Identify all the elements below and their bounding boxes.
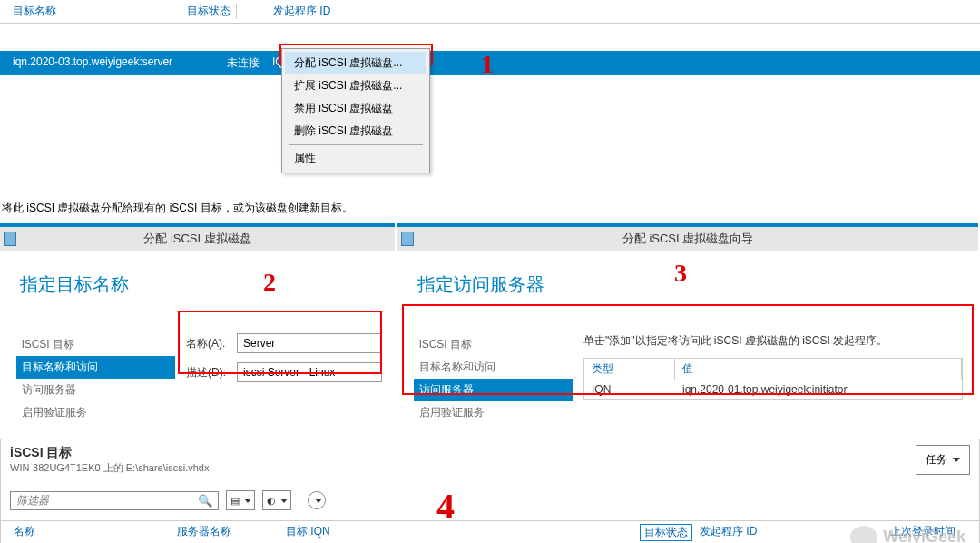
col-target-status[interactable]: 目标状态 [640, 524, 692, 541]
red-highlight-2 [178, 311, 382, 374]
menu-separator [289, 144, 423, 145]
context-menu: 分配 iSCSI 虚拟磁盘... 扩展 iSCSI 虚拟磁盘... 禁用 iSC… [281, 48, 430, 173]
expand-button[interactable] [308, 491, 326, 509]
doc-icon [401, 232, 414, 246]
sidebar-item-iscsi-target[interactable]: iSCSI 目标 [16, 333, 175, 356]
panel-specify-target-name: 分配 iSCSI 虚拟磁盘 指定目标名称 iSCSI 目标 目标名称和访问 访问… [0, 223, 395, 431]
search-icon[interactable]: 🔍 [198, 494, 212, 508]
menu-disable-disk[interactable]: 禁用 iSCSI 虚拟磁盘 [285, 97, 426, 120]
col-target-iqn[interactable]: 目标 IQN [286, 524, 640, 541]
chevron-down-icon [953, 458, 960, 462]
col-target-status[interactable]: 目标状态 [187, 4, 237, 19]
tasks-button[interactable]: 任务 [916, 445, 970, 475]
panel2-title: 分配 iSCSI 虚拟磁盘 [0, 227, 395, 251]
iscsi-targets-panel: iSCSI 目标 WIN-382UG4T1EK0 上的 E:\share\isc… [0, 439, 980, 543]
disk-view-button[interactable]: ◐ [262, 490, 291, 510]
panel-specify-access-server: 分配 iSCSI 虚拟磁盘向导 指定访问服务器 iSCSI 目标 目标名称和访问… [397, 223, 978, 431]
chevron-down-icon [244, 499, 251, 503]
col-initiator-id[interactable]: 发起程序 ID [273, 4, 330, 19]
wizard-panels: 分配 iSCSI 虚拟磁盘 指定目标名称 iSCSI 目标 目标名称和访问 访问… [0, 223, 980, 431]
menu-delete-disk[interactable]: 删除 iSCSI 虚拟磁盘 [285, 120, 426, 143]
sidebar-item-name-access[interactable]: 目标名称和访问 [16, 356, 175, 379]
section4-subtitle: WIN-382UG4T1EK0 上的 E:\share\iscsi.vhdx [10, 461, 209, 475]
red-highlight-3 [402, 304, 974, 395]
target-row-selected[interactable]: iqn.2020-03.top.weiyigeek:server 未连接 IQN [0, 51, 980, 75]
list-view-button[interactable]: ▤ [226, 490, 255, 510]
sidebar-item-access-server[interactable]: 访问服务器 [16, 379, 175, 401]
panel2-sidebar: iSCSI 目标 目标名称和访问 访问服务器 启用验证服务 [16, 333, 175, 424]
top-headers: 目标名称 目标状态 发起程序 ID [0, 0, 980, 24]
watermark: WeiyiGeek [850, 526, 965, 543]
section4-title: iSCSI 目标 [10, 445, 209, 461]
doc-icon [4, 232, 16, 246]
section4-columns: 名称 服务器名称 目标 IQN 目标状态 发起程序 ID 上次登录时间 [1, 520, 979, 543]
chevron-down-icon [280, 499, 288, 503]
row-status: 未连接 [227, 55, 272, 71]
filter-bar: 🔍 ▤ ◐ [1, 480, 979, 520]
panel3-title: 分配 iSCSI 虚拟磁盘向导 [397, 227, 978, 251]
panel2-heading: 指定目标名称 [20, 272, 395, 297]
col-name[interactable]: 名称 [14, 524, 177, 541]
menu-extend-disk[interactable]: 扩展 iSCSI 虚拟磁盘... [285, 74, 426, 97]
sidebar-item-enable-auth[interactable]: 启用验证服务 [16, 401, 175, 424]
row-name: iqn.2020-03.top.weiyigeek:server [13, 55, 227, 71]
panel3-heading: 指定访问服务器 [417, 272, 978, 297]
sidebar-item-enable-auth[interactable]: 启用验证服务 [414, 401, 573, 424]
chevron-down-icon [315, 499, 322, 503]
menu-properties[interactable]: 属性 [285, 147, 426, 170]
instruction-text: 将此 iSCSI 虚拟磁盘分配给现有的 iSCSI 目标，或为该磁盘创建新目标。 [0, 193, 980, 223]
filter-input[interactable] [16, 494, 180, 507]
wechat-icon [850, 526, 877, 543]
filter-input-wrapper: 🔍 [10, 491, 219, 510]
top-target-table: 目标名称 目标状态 发起程序 ID iqn.2020-03.top.weiyig… [0, 0, 980, 75]
menu-assign-disk[interactable]: 分配 iSCSI 虚拟磁盘... [285, 52, 426, 74]
col-target-name[interactable]: 目标名称 [13, 4, 64, 19]
col-server-name[interactable]: 服务器名称 [177, 524, 286, 541]
